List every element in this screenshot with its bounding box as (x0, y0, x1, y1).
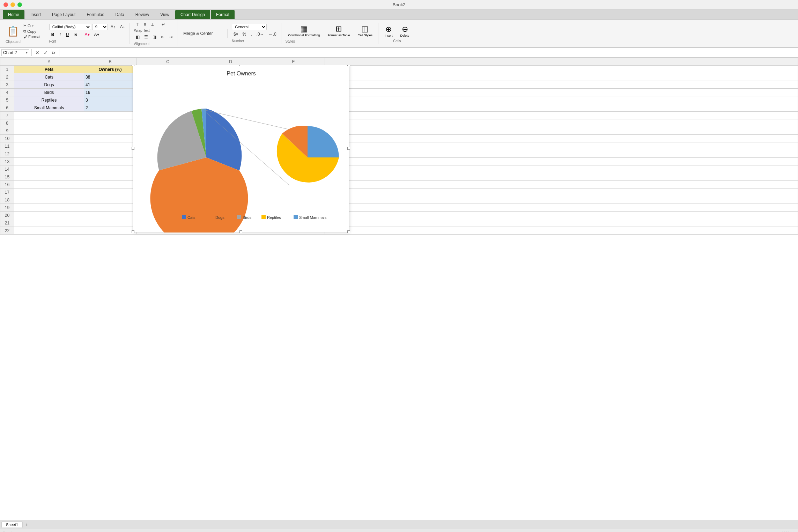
insert-button[interactable]: ⊕ Insert (382, 24, 396, 38)
fill-color-button[interactable]: A▾ (83, 31, 91, 38)
format-as-table-button[interactable]: ⊞ Format as Table (325, 23, 353, 38)
cell-b1[interactable]: Owners (%) (84, 66, 136, 73)
format-painter-icon: 🖌 (23, 35, 27, 39)
zoom-in-button[interactable]: + (792, 530, 795, 532)
cell-extra-3 (325, 81, 798, 89)
formula-input[interactable] (61, 50, 797, 56)
col-header-d[interactable]: D (199, 58, 262, 66)
merge-center-button[interactable]: Merge & Center (182, 30, 215, 37)
chart-area[interactable]: Pet Owners (133, 65, 349, 232)
col-header-c[interactable]: C (136, 58, 199, 66)
increase-font-button[interactable]: A↑ (109, 23, 117, 30)
percent-button[interactable]: % (241, 31, 248, 38)
cut-button[interactable]: ✂ Cut (22, 23, 42, 28)
pie2-slice-sm[interactable] (308, 126, 339, 157)
underline-button[interactable]: U (64, 31, 71, 38)
resize-handle-mr[interactable] (347, 147, 350, 150)
maximize-button[interactable] (17, 2, 22, 7)
col-header-b[interactable]: B (84, 58, 136, 66)
align-right-button[interactable]: ◨ (151, 34, 158, 40)
col-header-e[interactable]: E (262, 58, 325, 66)
italic-button[interactable]: I (58, 31, 63, 38)
tab-home[interactable]: Home (3, 10, 24, 19)
resize-handle-ml[interactable] (132, 147, 134, 150)
col-header-a[interactable]: A (14, 58, 84, 66)
copy-button[interactable]: ⧉ Copy (22, 29, 42, 34)
table-row: 15 (0, 173, 798, 181)
sheet-tab-1[interactable]: Sheet1 (1, 522, 23, 527)
cell-extra-5 (325, 96, 798, 104)
align-bottom-button[interactable]: ⊥ (149, 21, 156, 28)
cell-a5[interactable]: Reptiles (14, 96, 84, 104)
font-section: Calibri (Body) 9 A↑ A↓ B I U S̶ A▾ A▾ Fo… (46, 23, 130, 44)
comma-button[interactable]: , (249, 31, 253, 38)
strikethrough-button[interactable]: S̶ (72, 31, 79, 38)
bold-button[interactable]: B (49, 31, 57, 38)
decrease-font-button[interactable]: A↓ (118, 23, 127, 30)
alignment-label: Alignment (134, 42, 174, 46)
tab-page-layout[interactable]: Page Layout (47, 10, 81, 19)
tab-view[interactable]: View (155, 10, 175, 19)
cell-b6[interactable]: 2 (84, 104, 136, 112)
increase-decimal-button[interactable]: .0→ (255, 31, 266, 38)
row-num-3: 3 (0, 81, 14, 89)
font-name-select[interactable]: Calibri (Body) (49, 24, 91, 30)
table-row: 5 Reptiles 3 (0, 96, 798, 104)
number-format-select[interactable]: General (232, 24, 267, 30)
cell-a3[interactable]: Dogs (14, 81, 84, 89)
resize-handle-br[interactable] (347, 230, 350, 233)
indent-increase-button[interactable]: ⇥ (167, 34, 174, 40)
cell-a4[interactable]: Birds (14, 89, 84, 96)
close-button[interactable] (3, 2, 8, 7)
name-box-arrow-icon[interactable]: ▾ (26, 51, 28, 54)
font-color-button[interactable]: A▾ (93, 31, 101, 38)
window-controls[interactable] (3, 2, 22, 7)
tab-chart-design[interactable]: Chart Design (175, 10, 210, 19)
cell-b5[interactable]: 3 (84, 96, 136, 104)
minimize-button[interactable] (10, 2, 15, 7)
formula-confirm-button[interactable]: ✓ (42, 50, 49, 56)
align-left-button[interactable]: ◧ (134, 34, 141, 40)
add-sheet-button[interactable]: + (23, 521, 30, 528)
name-box[interactable]: Chart 2 ▾ (1, 49, 29, 56)
format-painter-button[interactable]: 🖌 Format (22, 34, 42, 39)
zoom-level: 100% (781, 531, 791, 532)
resize-handle-bl[interactable] (132, 230, 134, 233)
tab-data[interactable]: Data (110, 10, 129, 19)
cell-a2[interactable]: Cats (14, 73, 84, 81)
cell-b2[interactable]: 38 (84, 73, 136, 81)
align-middle-button[interactable]: ≡ (142, 21, 148, 28)
cell-b3[interactable]: 41 (84, 81, 136, 89)
format-painter-label: Format (28, 35, 40, 39)
indent-decrease-button[interactable]: ⇤ (159, 34, 166, 40)
legend-birds-label: Birds (243, 215, 252, 220)
table-row: 6 Small Mammals 2 (0, 104, 798, 112)
align-center-button[interactable]: ☰ (142, 34, 150, 40)
row-num-2: 2 (0, 73, 14, 81)
tab-format[interactable]: Format (211, 10, 235, 19)
wrap-text-button[interactable]: ↵ (160, 21, 167, 28)
cell-b4[interactable]: 16 (84, 89, 136, 96)
currency-button[interactable]: $▾ (232, 31, 240, 38)
paste-button[interactable]: 📋 (6, 25, 21, 38)
number-section: General $▾ % , .0→ ←.0 Number (229, 23, 281, 44)
tab-review[interactable]: Review (130, 10, 154, 19)
resize-handle-bc[interactable] (239, 230, 242, 233)
tab-formulas[interactable]: Formulas (81, 10, 109, 19)
delete-button[interactable]: ⊖ Delete (398, 24, 412, 38)
table-row: 17 (0, 189, 798, 196)
cell-extra-1 (325, 66, 798, 73)
zoom-out-button[interactable]: − (777, 530, 780, 532)
cell-a6[interactable]: Small Mammals (14, 104, 84, 112)
cell-a1[interactable]: Pets (14, 66, 84, 73)
formula-cancel-button[interactable]: ✕ (34, 50, 41, 56)
tab-insert[interactable]: Insert (25, 10, 46, 19)
decrease-decimal-button[interactable]: ←.0 (267, 31, 278, 38)
conditional-formatting-button[interactable]: ▦ Conditional Formatting (286, 23, 323, 38)
align-top-button[interactable]: ⊤ (134, 21, 141, 28)
alignment-section: ⊤ ≡ ⊥ ↵ Wrap Text ◧ ☰ ◨ ⇤ ⇥ Alignment (131, 20, 177, 46)
cell-styles-button[interactable]: ◫ Cell Styles (355, 23, 376, 38)
font-size-select[interactable]: 9 (92, 24, 108, 30)
conditional-formatting-label: Conditional Formatting (288, 34, 320, 37)
styles-section: ▦ Conditional Formatting ⊞ Format as Tab… (283, 23, 378, 44)
